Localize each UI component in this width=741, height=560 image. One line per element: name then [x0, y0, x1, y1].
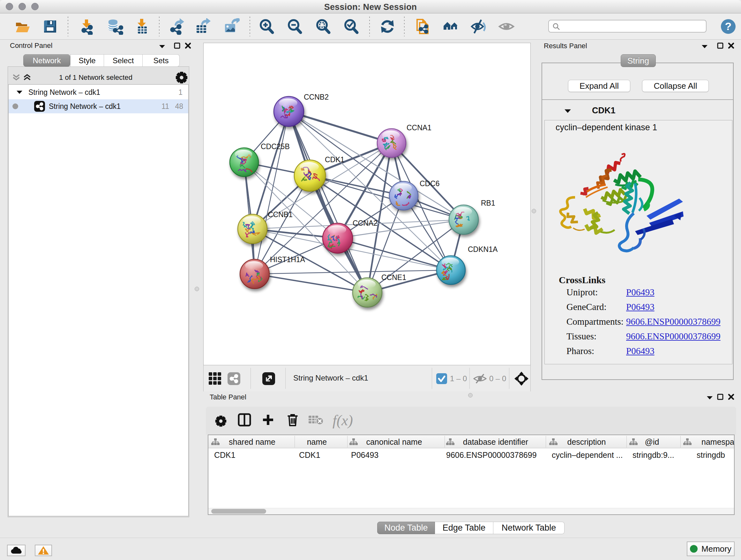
svg-text:CDK1: CDK1 [325, 155, 344, 164]
svg-text:?: ? [725, 20, 732, 32]
svg-text:CCNE1: CCNE1 [381, 273, 406, 282]
svg-text:HIST1H1A: HIST1H1A [270, 255, 306, 264]
svg-text:CCNB1: CCNB1 [268, 210, 293, 219]
svg-text:CCNA2: CCNA2 [353, 219, 378, 227]
svg-text:CDC6: CDC6 [420, 179, 440, 188]
svg-text:CCNB2: CCNB2 [304, 93, 329, 101]
svg-text:CDC25B: CDC25B [261, 142, 290, 151]
svg-text:RB1: RB1 [481, 199, 495, 207]
svg-text:CDKN1A: CDKN1A [468, 245, 498, 253]
svg-text:CCNA1: CCNA1 [407, 124, 431, 132]
